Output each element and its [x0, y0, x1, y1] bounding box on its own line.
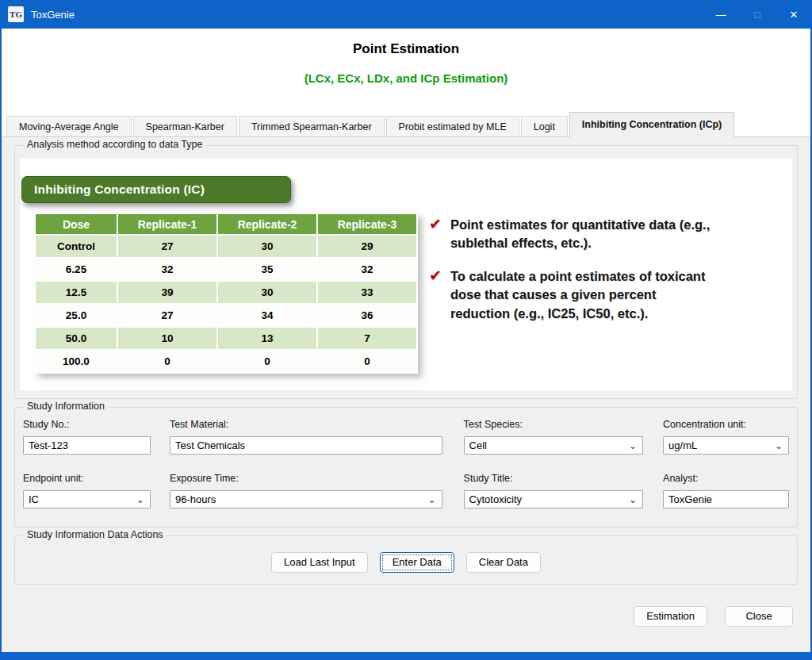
test-species-value: Cell	[469, 439, 487, 451]
chevron-down-icon: ⌄	[629, 493, 637, 507]
table-cell: 33	[318, 282, 416, 303]
bullet-text: To calculate a point estimates of toxica…	[450, 267, 714, 323]
minimize-icon[interactable]: —	[703, 0, 739, 29]
chevron-down-icon: ⌄	[136, 493, 144, 507]
table-cell: 36	[318, 305, 416, 326]
table-cell: 50.0	[36, 328, 117, 349]
table-cell: 0	[318, 351, 416, 372]
study-info-row-1: Study No.: Test Material: Test Species: …	[23, 419, 789, 455]
close-button[interactable]: Close	[725, 606, 793, 627]
exposure-time-value: 96-hours	[175, 493, 216, 505]
chevron-down-icon: ⌄	[775, 439, 783, 453]
endpoint-unit-field: Endpoint unit: IC ⌄	[23, 473, 151, 508]
table-cell: Control	[36, 236, 117, 257]
data-actions-row: Load Last Input Enter Data Clear Data	[15, 552, 797, 573]
check-icon: ✔	[429, 216, 442, 253]
test-species-select[interactable]: Cell ⌄	[464, 436, 643, 455]
clear-data-button[interactable]: Clear Data	[466, 552, 541, 573]
tab-moving-average-angle[interactable]: Moving-Average Angle	[6, 116, 132, 137]
table-row: 12.5 39 30 33	[36, 282, 416, 303]
page-title: Point Estimation	[2, 29, 810, 57]
app-icon: TG	[8, 6, 24, 22]
bullet-text: Point estimates for quantitative data (e…	[450, 216, 736, 253]
estimation-button[interactable]: Estimation	[634, 606, 707, 627]
endpoint-unit-label: Endpoint unit:	[23, 473, 151, 484]
concentration-unit-select[interactable]: ug/mL ⌄	[663, 436, 789, 455]
tabstrip: Moving-Average Angle Spearman-Karber Tri…	[2, 111, 810, 137]
endpoint-unit-select[interactable]: IC ⌄	[23, 490, 151, 508]
check-icon: ✔	[429, 267, 442, 323]
analysis-groupbox: Analysis method according to data Type I…	[14, 145, 798, 399]
study-information-groupbox: Study Information Study No.: Test Materi…	[14, 407, 798, 528]
footer-buttons: Estimation Close	[634, 606, 793, 627]
table-cell: 32	[318, 259, 416, 280]
tab-logit[interactable]: Logit	[521, 116, 568, 137]
concentration-unit-value: ug/mL	[668, 439, 697, 451]
analyst-label: Analyst:	[663, 473, 789, 484]
table-cell: 25.0	[36, 305, 117, 326]
window-title: ToxGenie	[31, 9, 75, 21]
column-header-replicate-1: Replicate-1	[118, 214, 216, 234]
test-species-field: Test Species: Cell ⌄	[464, 419, 643, 455]
titlebar: TG ToxGenie — □ ✕	[0, 0, 812, 29]
analysis-illustration: Inhibiting Concentration (IC) Dose Repli…	[20, 159, 792, 390]
chevron-down-icon: ⌄	[428, 493, 436, 507]
bullet-list: ✔ Point estimates for quantitative data …	[429, 216, 794, 337]
maximize-icon[interactable]: □	[739, 0, 776, 29]
page-header: Point Estimation (LCx, ECx, LDx, and ICp…	[2, 29, 810, 111]
data-actions-group-label: Study Information Data Actions	[23, 529, 167, 540]
table-cell: 30	[218, 282, 316, 303]
load-last-input-button[interactable]: Load Last Input	[271, 552, 368, 573]
study-info-row-2: Endpoint unit: IC ⌄ Exposure Time: 96-ho…	[23, 473, 789, 508]
chevron-down-icon: ⌄	[629, 439, 637, 453]
table-cell: 29	[318, 236, 416, 257]
exposure-time-select[interactable]: 96-hours ⌄	[170, 490, 442, 508]
table-cell: 12.5	[36, 282, 117, 303]
table-row: 50.0 10 13 7	[36, 328, 416, 349]
ic-banner: Inhibiting Concentration (IC)	[21, 176, 291, 203]
app-icon-text: TG	[10, 10, 22, 19]
app-body: Point Estimation (LCx, ECx, LDx, and ICp…	[2, 29, 810, 652]
study-title-select[interactable]: Cytotoxicity ⌄	[464, 490, 643, 508]
study-title-label: Study Title:	[464, 473, 643, 484]
table-row: 6.25 32 35 32	[36, 259, 416, 280]
close-icon[interactable]: ✕	[776, 0, 812, 29]
table-cell: 7	[318, 328, 416, 349]
exposure-time-field: Exposure Time: 96-hours ⌄	[170, 473, 442, 508]
table-row: 25.0 27 34 36	[36, 305, 416, 326]
table-cell: 34	[218, 305, 316, 326]
study-title-field: Study Title: Cytotoxicity ⌄	[464, 473, 643, 508]
table-cell: 30	[218, 236, 316, 257]
tab-probit-estimated-by-mle[interactable]: Probit estimated by MLE	[386, 116, 519, 137]
table-row: Control 27 30 29	[36, 236, 416, 257]
enter-data-button[interactable]: Enter Data	[380, 552, 454, 573]
table-cell: 0	[218, 351, 316, 372]
concentration-unit-label: Concentration unit:	[663, 419, 789, 430]
table-cell: 35	[218, 259, 316, 280]
table-cell: 27	[118, 236, 216, 257]
page-subtitle: (LCx, ECx, LDx, and ICp Estimation)	[2, 71, 810, 85]
analyst-field: Analyst:	[663, 473, 789, 508]
concentration-unit-field: Concentration unit: ug/mL ⌄	[663, 419, 789, 455]
table-cell: 13	[218, 328, 316, 349]
tab-spearman-karber[interactable]: Spearman-Karber	[133, 116, 237, 137]
table-cell: 100.0	[36, 351, 117, 372]
column-header-replicate-2: Replicate-2	[218, 214, 316, 234]
test-material-input[interactable]	[170, 436, 442, 455]
tab-trimmed-spearman-karber[interactable]: Trimmed Spearman-Karber	[239, 116, 385, 137]
column-header-replicate-3: Replicate-3	[318, 214, 416, 234]
tab-inhibiting-concentration-icp[interactable]: Inhibiting Concentration (ICp)	[569, 112, 734, 137]
study-no-field: Study No.:	[23, 419, 151, 455]
table-cell: 39	[118, 282, 216, 303]
exposure-time-label: Exposure Time:	[170, 473, 442, 484]
analysis-group-label: Analysis method according to data Type	[23, 139, 206, 150]
study-no-input[interactable]	[23, 436, 151, 455]
analyst-input[interactable]	[663, 490, 789, 508]
ic-example-table: Dose Replicate-1 Replicate-2 Replicate-3…	[34, 213, 418, 374]
test-material-label: Test Material:	[170, 419, 442, 430]
bullet-item: ✔ To calculate a point estimates of toxi…	[429, 267, 794, 323]
study-no-label: Study No.:	[23, 419, 151, 430]
table-cell: 6.25	[36, 259, 117, 280]
bullet-item: ✔ Point estimates for quantitative data …	[429, 216, 794, 253]
endpoint-unit-value: IC	[29, 493, 39, 505]
